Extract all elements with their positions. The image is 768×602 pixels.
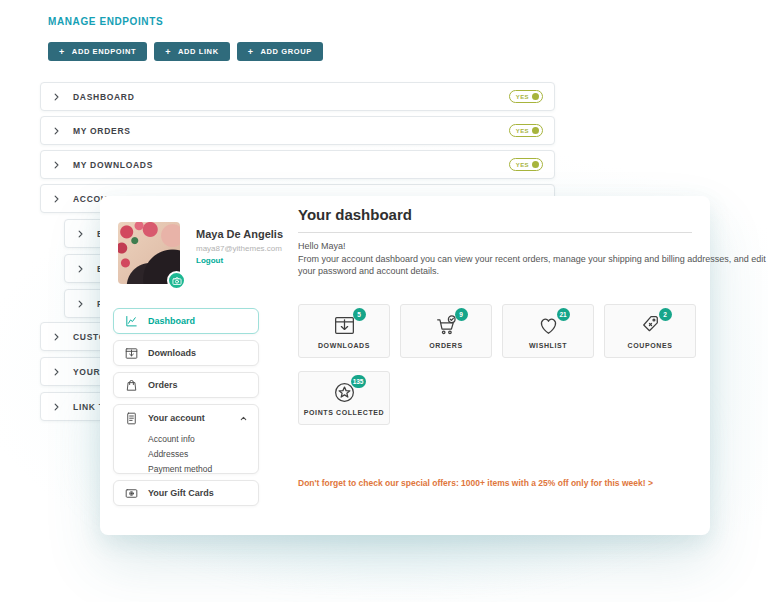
profile-email: maya87@yithemes.com [196,244,282,253]
menu-item-downloads[interactable]: Downloads [113,340,259,366]
add-endpoint-label: ADD ENDPOINT [72,47,136,56]
endpoint-row-my-orders[interactable]: MY ORDERS YES [40,116,555,145]
card-points-collected[interactable]: 135 POINTS COLLECTED [298,371,390,425]
add-link-label: ADD LINK [178,47,219,56]
camera-icon[interactable] [167,271,186,290]
chevron-right-icon [76,229,86,239]
endpoint-row-my-downloads[interactable]: MY DOWNLOADS YES [40,150,555,179]
plus-icon: + [248,47,254,57]
logout-link[interactable]: Logout [196,256,223,265]
count-badge: 21 [557,308,570,321]
menu-item-label: Your Gift Cards [148,488,214,498]
chevron-up-icon [239,414,248,423]
card-downloads[interactable]: 5 DOWNLOADS [298,304,390,358]
endpoint-toggle[interactable]: YES [509,124,543,137]
card-label: POINTS COLLECTED [304,409,384,416]
chevron-right-icon [52,402,62,412]
toolbar: + ADD ENDPOINT + ADD LINK + ADD GROUP [48,42,323,61]
endpoint-row-label: MY DOWNLOADS [73,160,153,170]
download-box-icon [124,346,139,361]
menu-group-your-account: Your account Account info Addresses Paym… [113,404,259,474]
endpoint-row-dashboard[interactable]: DASHBOARD YES [40,82,555,111]
menu-item-orders[interactable]: Orders [113,372,259,398]
card-label: DOWNLOADS [318,342,370,349]
endpoint-toggle[interactable]: YES [509,90,543,103]
count-badge: 135 [351,375,366,388]
chevron-right-icon [52,367,62,377]
divider [298,232,692,233]
gift-card-icon [124,486,139,501]
modal-heading: Your dashboard [298,206,412,223]
chevron-right-icon [52,92,62,102]
chevron-right-icon [52,160,62,170]
plus-icon: + [165,47,171,57]
shopping-bag-icon [124,378,139,393]
card-coupones[interactable]: 2 COUPONES [604,304,696,358]
menu-item-label: Orders [148,380,178,390]
card-orders[interactable]: 9 ORDERS [400,304,492,358]
count-badge: 5 [353,308,366,321]
add-group-label: ADD GROUP [261,47,312,56]
card-label: ORDERS [429,342,463,349]
add-link-button[interactable]: + ADD LINK [154,42,230,61]
screen: MANAGE ENDPOINTS + ADD ENDPOINT + ADD LI… [0,0,768,602]
toggle-label: YES [516,128,529,134]
endpoint-row-label: DASHBOARD [73,92,135,102]
profile-name: Maya De Angelis [196,228,283,240]
card-label: WISHLIST [529,342,567,349]
card-label: COUPONES [628,342,673,349]
chevron-right-icon [76,299,86,309]
endpoint-toggle[interactable]: YES [509,158,543,171]
menu-item-your-account[interactable]: Your account [114,405,258,431]
toggle-dot-icon [532,93,539,100]
chevron-right-icon [52,194,62,204]
chevron-right-icon [76,264,86,274]
add-endpoint-button[interactable]: + ADD ENDPOINT [48,42,147,61]
dashboard-preview-modal: Maya De Angelis maya87@yithemes.com Logo… [100,196,710,535]
greeting-text: Hello Maya! [298,241,346,251]
dashboard-chart-icon [124,314,139,329]
avatar [118,222,180,284]
menu-item-label: Your account [148,413,205,423]
account-document-icon [124,411,139,426]
chevron-right-icon [52,332,62,342]
menu-item-label: Dashboard [148,316,195,326]
endpoint-row-label: MY ORDERS [73,126,131,136]
special-offers-link[interactable]: Don't forget to check our special offers… [298,478,718,488]
count-badge: 9 [455,308,468,321]
menu-item-your-gift-cards[interactable]: Your Gift Cards [113,480,259,506]
submenu-item-account-info[interactable]: Account info [114,431,258,446]
card-wishlist[interactable]: 21 WISHLIST [502,304,594,358]
chevron-right-icon [52,126,62,136]
plus-icon: + [59,47,65,57]
add-group-button[interactable]: + ADD GROUP [237,42,323,61]
count-badge: 2 [659,308,672,321]
menu-item-label: Downloads [148,348,196,358]
submenu-item-addresses[interactable]: Addresses [114,446,258,461]
description-text: From your account dashboard you can view… [298,253,768,277]
toggle-label: YES [516,94,529,100]
submenu-item-payment-method[interactable]: Payment method [114,461,258,476]
toggle-dot-icon [532,127,539,134]
page-title: MANAGE ENDPOINTS [48,16,163,27]
menu-item-dashboard[interactable]: Dashboard [113,308,259,334]
toggle-dot-icon [532,161,539,168]
account-submenu: Account info Addresses Payment method [114,431,258,476]
toggle-label: YES [516,162,529,168]
